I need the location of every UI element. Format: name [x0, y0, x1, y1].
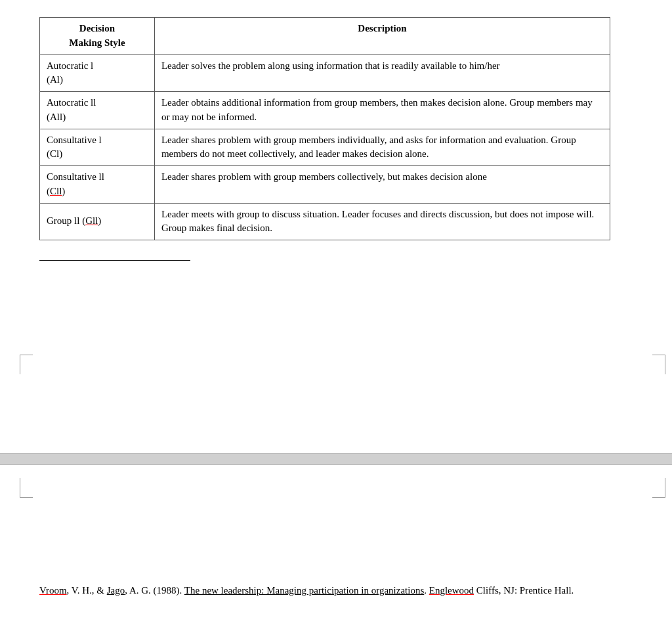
page-bottom: Vroom, V. H., & Jago, A. G. (1988). The … — [0, 465, 672, 633]
citation-jago: Jago — [107, 585, 125, 596]
page-top: DecisionMaking Style Description Autocra… — [0, 0, 672, 348]
corner-bracket-bottom-right — [652, 478, 665, 498]
gll-underline: Gll — [85, 215, 98, 226]
style-cell-5: Group ll (Gll) — [40, 203, 155, 240]
citation-period: . — [424, 585, 429, 596]
cll-underline: Cll — [50, 186, 62, 196]
citation-vroom: Vroom — [39, 585, 67, 596]
decision-table: DecisionMaking Style Description Autocra… — [39, 17, 610, 240]
corner-bracket-top-right — [652, 355, 665, 374]
desc-cell-5: Leader meets with group to discuss situa… — [154, 203, 610, 240]
table-row: Group ll (Gll) Leader meets with group t… — [40, 203, 610, 240]
col-header-description: Description — [154, 18, 610, 55]
corner-bracket-top-left — [20, 355, 33, 374]
style-cell-4: Consultative ll(Cll) — [40, 166, 155, 204]
citation-end: Cliffs, NJ: Prentice Hall. — [474, 585, 574, 596]
page-container: DecisionMaking Style Description Autocra… — [0, 0, 672, 633]
style-cell-3: Consultative l(Cl) — [40, 129, 155, 166]
table-row: Consultative l(Cl) Leader shares problem… — [40, 129, 610, 166]
citation-middle2: , A. G. (1988). — [125, 585, 184, 596]
citation-englewood: Englewood — [429, 585, 474, 596]
desc-cell-2: Leader obtains additional information fr… — [154, 92, 610, 129]
desc-cell-3: Leader shares problem with group members… — [154, 129, 610, 166]
col-header-style: DecisionMaking Style — [40, 18, 155, 55]
citation-middle1: , V. H., & — [67, 585, 107, 596]
citation-title: The new leadership: Managing participati… — [184, 585, 424, 596]
horizontal-rule — [39, 260, 190, 261]
table-row: Autocratic ll(All) Leader obtains additi… — [40, 92, 610, 129]
style-cell-2: Autocratic ll(All) — [40, 92, 155, 129]
citation-text: Vroom, V. H., & Jago, A. G. (1988). The … — [39, 583, 633, 598]
page-divider — [0, 453, 672, 465]
style-cell-1: Autocratic l(Al) — [40, 55, 155, 92]
table-row: Autocratic l(Al) Leader solves the probl… — [40, 55, 610, 92]
desc-cell-4: Leader shares problem with group members… — [154, 166, 610, 204]
table-row: Consultative ll(Cll) Leader shares probl… — [40, 166, 610, 204]
corner-bracket-bottom-left — [20, 478, 33, 498]
desc-cell-1: Leader solves the problem along using in… — [154, 55, 610, 92]
